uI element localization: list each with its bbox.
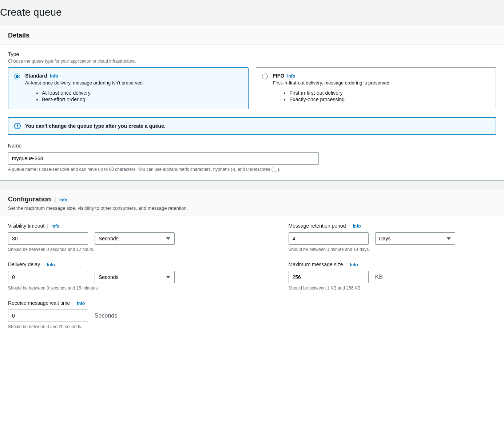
- maxsize-input[interactable]: [289, 271, 369, 283]
- details-panel: Details Type Choose the queue type for y…: [0, 25, 504, 180]
- delay-field: Delivery delay Info Seconds Should be be…: [8, 261, 216, 291]
- details-panel-header: Details: [0, 25, 504, 45]
- maxsize-label: Maximum message size: [289, 261, 343, 267]
- wait-input[interactable]: [8, 310, 88, 322]
- delay-info-link[interactable]: Info: [43, 262, 55, 267]
- delay-input[interactable]: [8, 271, 88, 283]
- maxsize-hint: Should be between 1 KB and 256 KB.: [289, 286, 496, 291]
- standard-desc: At-least-once delivery, message ordering…: [25, 80, 242, 86]
- config-title: Configuration: [8, 196, 51, 203]
- wait-info-link[interactable]: Info: [73, 301, 85, 306]
- delay-unit-select[interactable]: Seconds: [95, 271, 175, 283]
- fifo-title: FIFO: [273, 73, 284, 79]
- config-panel-header: Configuration Info Set the maximum messa…: [0, 189, 504, 216]
- visibility-unit-select[interactable]: Seconds: [95, 232, 175, 245]
- wait-hint: Should be between 0 and 20 seconds.: [8, 324, 216, 329]
- retention-hint: Should be between 1 minute and 14 days.: [289, 247, 496, 252]
- standard-card-content: Standard Info At-least-once delivery, me…: [25, 73, 242, 103]
- config-grid: Visibility timeout Info Seconds Should b…: [8, 223, 496, 329]
- name-section: Name A queue name is case-sensitive and …: [8, 143, 496, 172]
- details-panel-body: Type Choose the queue type for your appl…: [0, 45, 504, 180]
- retention-input[interactable]: [289, 232, 369, 245]
- page-header: Create queue: [0, 0, 504, 25]
- configuration-panel: Configuration Info Set the maximum messa…: [0, 189, 504, 337]
- page-title: Create queue: [0, 7, 504, 18]
- maxsize-field: Maximum message size Info KB Should be b…: [289, 261, 496, 291]
- info-icon: i: [14, 123, 21, 129]
- fifo-bullet-2: Exactly-once processing: [289, 97, 490, 102]
- type-change-alert: i You can't change the queue type after …: [8, 117, 496, 135]
- retention-unit-button[interactable]: Days: [375, 232, 455, 245]
- name-label: Name: [8, 143, 496, 149]
- delay-hint: Should be between 0 seconds and 15 minut…: [8, 286, 216, 291]
- fifo-info-link[interactable]: Info: [287, 74, 295, 79]
- radio-standard[interactable]: [14, 74, 20, 79]
- fifo-bullet-1: First-in-first-out delivery: [289, 90, 490, 96]
- visibility-hint: Should be between 0 seconds and 12 hours…: [8, 247, 216, 252]
- details-title: Details: [8, 32, 29, 39]
- type-label: Type: [8, 51, 496, 57]
- maxsize-unit: KB: [375, 274, 383, 280]
- wait-label: Receive message wait time: [8, 300, 70, 306]
- name-hint: A queue name is case-sensitive and can h…: [8, 167, 496, 172]
- fifo-card-content: FIFO Info First-in-first-out delivery, m…: [273, 73, 490, 103]
- radio-fifo[interactable]: [262, 74, 268, 79]
- fifo-desc: First-in-first-out delivery, message ord…: [273, 80, 490, 86]
- visibility-info-link[interactable]: Info: [47, 224, 59, 229]
- queue-name-input[interactable]: [8, 152, 319, 165]
- config-panel-body: Visibility timeout Info Seconds Should b…: [0, 216, 504, 337]
- standard-title: Standard: [25, 73, 47, 79]
- standard-bullet-1: At-least once delivery: [42, 90, 242, 96]
- config-sub: Set the maximum message size, visibility…: [8, 205, 496, 211]
- retention-unit-select[interactable]: Days: [375, 232, 455, 245]
- retention-label: Message retention period: [289, 223, 346, 229]
- queue-type-standard[interactable]: Standard Info At-least-once delivery, me…: [8, 67, 249, 109]
- type-cards: Standard Info At-least-once delivery, me…: [8, 67, 496, 109]
- queue-type-fifo[interactable]: FIFO Info First-in-first-out delivery, m…: [256, 67, 496, 109]
- type-sublabel: Choose the queue type for your applicati…: [8, 59, 496, 64]
- retention-field: Message retention period Info Days Shoul…: [289, 223, 496, 252]
- panel-gap: [0, 180, 504, 189]
- wait-unit: Seconds: [95, 312, 117, 319]
- wait-field: Receive message wait time Info Seconds S…: [8, 300, 216, 329]
- config-info-link[interactable]: Info: [55, 197, 67, 202]
- delay-label: Delivery delay: [8, 261, 40, 267]
- visibility-input[interactable]: [8, 232, 88, 245]
- visibility-unit-button[interactable]: Seconds: [95, 232, 175, 245]
- delay-unit-button[interactable]: Seconds: [95, 271, 175, 283]
- visibility-label: Visibility timeout: [8, 223, 44, 229]
- standard-info-link[interactable]: Info: [50, 74, 58, 79]
- maxsize-info-link[interactable]: Info: [346, 262, 358, 267]
- visibility-timeout-field: Visibility timeout Info Seconds Should b…: [8, 223, 216, 252]
- retention-info-link[interactable]: Info: [349, 224, 361, 229]
- alert-text: You can't change the queue type after yo…: [25, 123, 166, 129]
- standard-bullet-2: Best-effort ordering: [42, 97, 242, 102]
